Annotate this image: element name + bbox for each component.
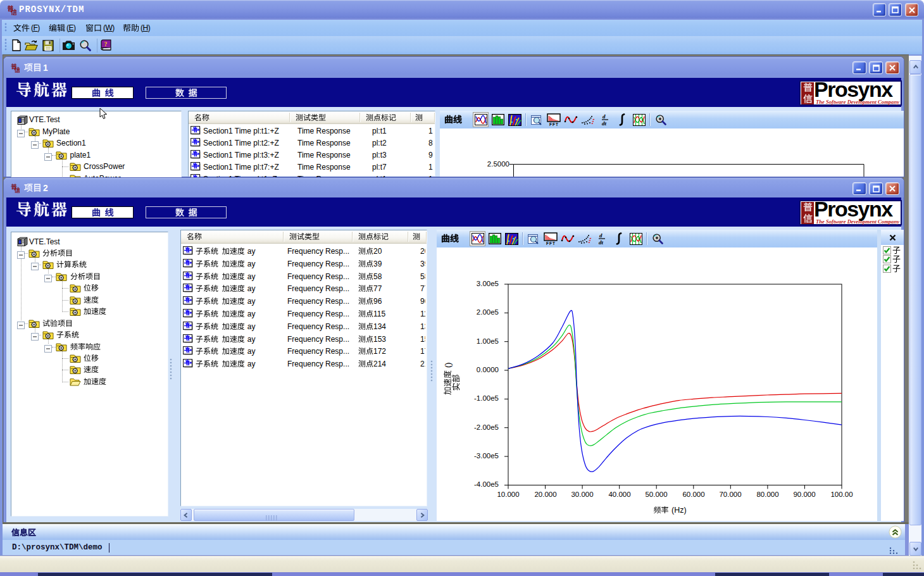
svg-text:dt: dt <box>599 239 604 245</box>
svg-text:FFT: FFT <box>549 122 559 127</box>
svg-text:?: ? <box>104 41 108 47</box>
svg-text:FFT: FFT <box>546 241 556 246</box>
svg-text:d: d <box>602 113 606 120</box>
svg-text:d: d <box>599 232 602 239</box>
svg-text:dt: dt <box>602 120 607 126</box>
